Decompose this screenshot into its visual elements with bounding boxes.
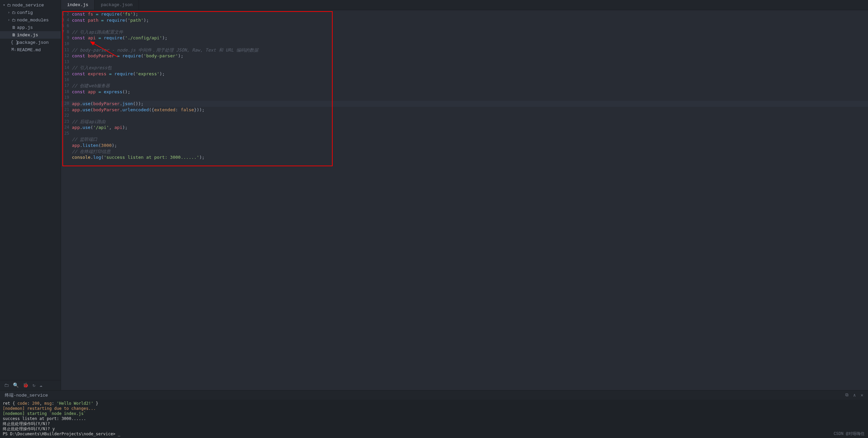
terminal-output[interactable]: ret { code: 200, msg: 'Hello World2!' }[… — [0, 400, 868, 438]
terminal-header: 终端-node_service ⧉ ∧ ✕ — [0, 390, 868, 400]
tree-root[interactable]: ▾ 🗀 node_service — [0, 1, 61, 9]
tab-index-js[interactable]: index.js — [61, 0, 95, 10]
refresh-icon[interactable]: ↻ — [33, 382, 35, 388]
collapse-terminal-icon[interactable]: ∧ — [853, 393, 856, 398]
tree-item-app-js[interactable]: 🗎app.js — [0, 24, 61, 31]
tree-item-label: app.js — [17, 25, 33, 30]
terminal-line: 终止批处理操作吗(Y/N)? — [3, 421, 865, 426]
file-icon: 🗎 — [11, 25, 17, 30]
tree-item-label: index.js — [17, 33, 38, 38]
tree-item-package-json[interactable]: { }package.json — [0, 39, 61, 46]
terminal-actions: ⧉ ∧ ✕ — [845, 393, 863, 398]
tree-item-label: README.md — [17, 47, 41, 53]
tab-bar: index.jspackage.json — [61, 0, 868, 10]
tree-item-node_modules[interactable]: ›🗀node_modules — [0, 16, 61, 24]
file-icon: 🗀 — [11, 10, 17, 15]
chevron-down-icon: ▾ — [2, 3, 6, 7]
split-terminal-icon[interactable]: ⧉ — [845, 393, 848, 398]
file-icon: 🗎 — [11, 33, 17, 38]
files-icon[interactable]: 🗀 — [4, 383, 9, 388]
file-tree: ▾ 🗀 node_service ›🗀config›🗀node_modules🗎… — [0, 0, 61, 380]
watermark: CSDN @对唔嗨住 — [834, 431, 865, 437]
tree-item-label: config — [17, 10, 33, 15]
terminal-title: 终端-node_service — [5, 392, 48, 398]
line-numbers: 1 2 3 4 5 6 7 8 9 10 11 12 13 14 15 16 1… — [61, 10, 72, 390]
terminal-line: PS D:\Documents\HBuilderProjects\node_se… — [3, 432, 865, 437]
file-icon: { } — [11, 40, 17, 45]
terminal-line: [nodemon] starting `node index.js` — [3, 411, 865, 416]
file-icon: M↓ — [11, 47, 17, 52]
chevron-icon: › — [7, 18, 11, 22]
file-icon: 🗀 — [11, 18, 17, 23]
close-terminal-icon[interactable]: ✕ — [861, 393, 863, 398]
terminal-line: [nodemon] restarting due to changes... — [3, 406, 865, 411]
search-icon[interactable]: 🔍 — [13, 382, 19, 388]
cloud-icon[interactable]: ☁ — [39, 382, 42, 388]
tree-item-label: node_modules — [17, 18, 49, 23]
terminal-line: 终止批处理操作吗(Y/N)? y — [3, 426, 865, 432]
tree-item-README-md[interactable]: M↓README.md — [0, 46, 61, 54]
folder-icon: 🗀 — [6, 3, 12, 8]
bug-icon[interactable]: 🐞 — [23, 382, 28, 388]
chevron-icon: › — [7, 11, 11, 15]
terminal-line: success listen at port: 3000...... — [3, 416, 865, 421]
tree-item-index-js[interactable]: 🗎index.js — [0, 31, 61, 39]
file-explorer-sidebar: ▾ 🗀 node_service ›🗀config›🗀node_modules🗎… — [0, 0, 61, 390]
tab-package-json[interactable]: package.json — [95, 0, 139, 10]
terminal-line: ret { code: 200, msg: 'Hello World2!' } — [3, 401, 865, 406]
editor-area: index.jspackage.json 1 2 3 4 5 6 7 8 9 1… — [61, 0, 868, 390]
code-content: const fs = require('fs'); const path = r… — [72, 10, 868, 390]
tree-item-config[interactable]: ›🗀config — [0, 9, 61, 16]
tree-root-label: node_service — [12, 3, 44, 8]
tree-item-label: package.json — [17, 40, 49, 45]
sidebar-toolbar: 🗀 🔍 🐞 ↻ ☁ — [0, 380, 61, 390]
code-editor[interactable]: 1 2 3 4 5 6 7 8 9 10 11 12 13 14 15 16 1… — [61, 10, 868, 390]
